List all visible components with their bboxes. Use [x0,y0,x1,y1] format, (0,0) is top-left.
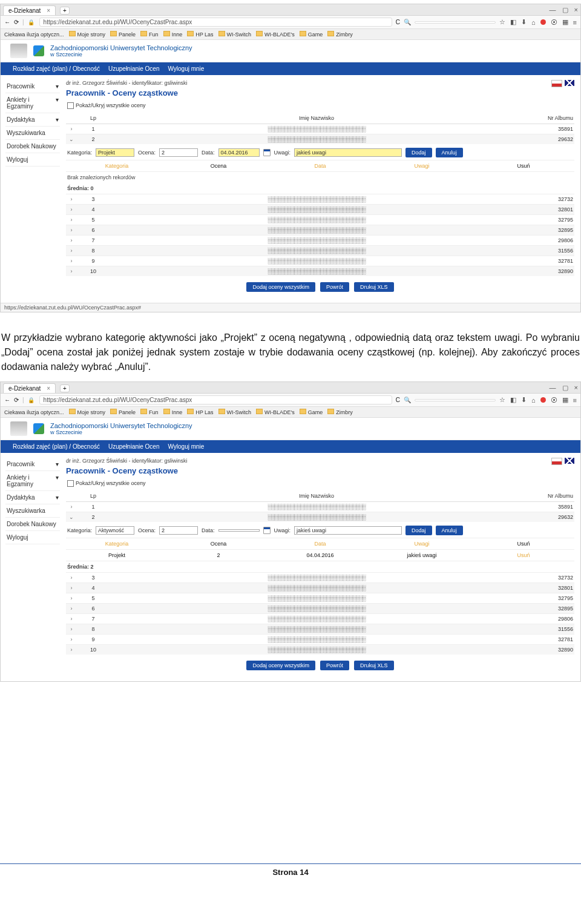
table-row[interactable]: ›10░░░░░░░░░░░░░░░░░░░░░░░░░░░░░░32890 [66,266,574,277]
add-all-button[interactable]: Dodaj oceny wszystkim [246,661,315,670]
bookmark-folder[interactable]: WI-BLADE's [256,31,295,38]
window-maximize-icon[interactable]: ▢ [562,6,568,14]
expand-icon[interactable]: › [66,124,77,134]
nav-link[interactable]: Rozkład zajęć (plan) / Obecność [13,65,100,72]
checkbox-icon[interactable] [67,102,74,109]
anuluj-button[interactable]: Anuluj [436,526,463,535]
search-input[interactable] [415,21,496,24]
bookmark-folder[interactable]: HP Las [187,409,213,415]
menu-icon[interactable]: ≡ [573,19,577,26]
window-minimize-icon[interactable]: — [550,6,556,14]
expand-icon[interactable]: › [66,194,77,205]
expand-icon[interactable]: › [66,266,77,277]
dodaj-button[interactable]: Dodaj [405,526,432,535]
table-row[interactable]: ›5░░░░░░░░░░░░░░░░░░░░░░░░░░░░░░32795 [66,215,574,225]
sidebar-item-wyszukiwarka[interactable]: Wyszukiwarka [5,127,60,140]
nav-link[interactable]: Uzupełnianie Ocen [108,65,160,72]
bookmark-folder[interactable]: Game [300,31,323,38]
print-xls-button[interactable]: Drukuj XLS [354,661,394,670]
checkbox-icon[interactable] [67,480,74,487]
bookmark-folder[interactable]: Inne [163,31,183,38]
anuluj-button[interactable]: Anuluj [436,148,463,157]
sidebar-item-dydaktyka[interactable]: Dydaktyka▾ [5,491,60,504]
table-row[interactable]: ›8░░░░░░░░░░░░░░░░░░░░░░░░░░░░░░31556 [66,246,574,256]
col-kategoria[interactable]: Kategoria [66,163,168,169]
bookmark-folder[interactable]: Fun [140,409,159,415]
bookmark-folder[interactable]: Panele [110,409,136,415]
table-row[interactable]: ›4░░░░░░░░░░░░░░░░░░░░░░░░░░░░░░32801 [66,583,574,593]
expand-icon[interactable]: › [66,225,77,236]
sidebar-item-wyloguj[interactable]: Wyloguj [5,153,60,167]
table-row[interactable]: ›6░░░░░░░░░░░░░░░░░░░░░░░░░░░░░░32895 [66,604,574,614]
input-uwagi[interactable]: jakieś uwagi [294,148,402,157]
select-ocena[interactable]: 2 [159,526,198,535]
table-row[interactable]: ›5░░░░░░░░░░░░░░░░░░░░░░░░░░░░░░32795 [66,593,574,604]
pocket-icon[interactable]: ◧ [510,18,516,26]
nav-back-icon[interactable]: ← [4,397,10,403]
calendar-icon[interactable] [263,527,271,534]
home-icon[interactable]: ⌂ [531,397,536,404]
input-date[interactable]: 04.04.2016 [218,148,260,157]
refresh-icon[interactable]: C [396,397,400,403]
nav-reload-icon[interactable]: ⟳ [14,19,19,25]
expand-icon[interactable]: › [66,502,77,512]
browser-tab[interactable]: e-Dziekanat × [3,5,56,15]
bookmark-folder[interactable]: Fun [140,31,159,38]
expand-icon[interactable]: › [66,256,77,266]
table-row[interactable]: ›9░░░░░░░░░░░░░░░░░░░░░░░░░░░░░░32781 [66,635,574,645]
col-data[interactable]: Data [269,541,371,547]
table-row[interactable]: ›10░░░░░░░░░░░░░░░░░░░░░░░░░░░░░░32890 [66,645,574,655]
expand-icon[interactable]: › [66,205,77,215]
input-uwagi[interactable]: jakieś uwagi [294,526,402,535]
table-row[interactable]: ›9░░░░░░░░░░░░░░░░░░░░░░░░░░░░░░32781 [66,256,574,266]
nav-back-icon[interactable]: ← [4,19,10,25]
bookmark-folder[interactable]: WI-Switch [218,409,252,415]
table-row[interactable]: ›1░░░░░░░░░░░░░░░░░░░░░░░░░░░░░░35891 [66,124,574,134]
select-kategoria[interactable]: Aktywność [96,526,134,535]
expand-icon[interactable]: › [66,645,77,655]
expand-icon[interactable]: › [66,604,77,614]
tab-close-icon[interactable]: × [47,7,50,14]
url-input[interactable]: https://edziekanat.zut.edu.pl/WU/OcenyCz… [39,395,392,404]
table-row[interactable]: ›7░░░░░░░░░░░░░░░░░░░░░░░░░░░░░░29806 [66,614,574,624]
expand-icon[interactable]: › [66,614,77,624]
select-kategoria[interactable]: Projekt [96,148,134,157]
tab-close-icon[interactable]: × [47,385,50,392]
table-row[interactable]: ›6░░░░░░░░░░░░░░░░░░░░░░░░░░░░░░32895 [66,225,574,236]
expand-icon[interactable]: › [66,215,77,225]
dodaj-button[interactable]: Dodaj [405,148,432,157]
nav-link[interactable]: Wyloguj mnie [168,65,204,72]
flag-pl-icon[interactable] [551,80,562,87]
bookmark-folder[interactable]: Moje strony [69,31,106,38]
expand-icon[interactable]: › [66,593,77,604]
col-data[interactable]: Data [269,163,371,169]
nav-link[interactable]: Wyloguj mnie [168,443,204,450]
tab-add-icon[interactable]: + [60,384,70,392]
url-input[interactable]: https://edziekanat.zut.edu.pl/WU/OcenyCz… [39,18,392,27]
table-row[interactable]: ›3░░░░░░░░░░░░░░░░░░░░░░░░░░░░░░32732 [66,573,574,583]
table-row[interactable]: ⌄2░░░░░░░░░░░░░░░░░░░░░░░░░░░░░░29632 [66,134,574,145]
refresh-icon[interactable]: C [396,19,400,25]
sidebar-item-wyloguj[interactable]: Wyloguj [5,531,60,544]
table-row[interactable]: ›4░░░░░░░░░░░░░░░░░░░░░░░░░░░░░░32801 [66,205,574,215]
sidebar-item-pracownik[interactable]: Pracownik▾ [5,80,60,93]
table-row[interactable]: ›1░░░░░░░░░░░░░░░░░░░░░░░░░░░░░░35891 [66,502,574,512]
expand-icon[interactable]: › [66,624,77,635]
expand-icon[interactable]: › [66,635,77,645]
expand-icon[interactable]: › [66,573,77,583]
sidebar-item-dorobek[interactable]: Dorobek Naukowy [5,140,60,153]
bookmark-item[interactable]: Ciekawa iluzja optyczn... [4,409,64,415]
select-ocena[interactable]: 2 [159,148,198,157]
sidebar-item-wyszukiwarka[interactable]: Wyszukiwarka [5,504,60,518]
toggle-all-grades[interactable]: Pokaż/Ukryj wszystkie oceny [67,480,574,487]
table-row[interactable]: ›7░░░░░░░░░░░░░░░░░░░░░░░░░░░░░░29806 [66,236,574,246]
noscript-icon[interactable]: ⦿ [551,397,557,404]
window-minimize-icon[interactable]: — [550,384,556,392]
col-kategoria[interactable]: Kategoria [66,541,168,547]
flag-pl-icon[interactable] [551,458,562,465]
expand-icon[interactable]: › [66,246,77,256]
collapse-icon[interactable]: ⌄ [66,512,77,523]
bookmark-folder[interactable]: Inne [163,409,183,415]
sidebar-item-pracownik[interactable]: Pracownik▾ [5,458,60,471]
menu-icon[interactable]: ≡ [573,397,577,404]
